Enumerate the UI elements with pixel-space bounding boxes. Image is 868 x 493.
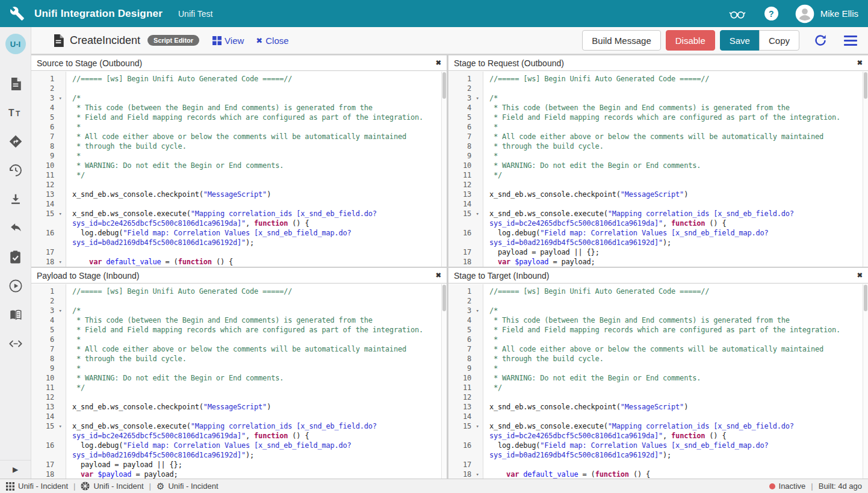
panel-close-icon[interactable]: ✖ bbox=[857, 59, 863, 67]
line-number: 7 bbox=[448, 132, 471, 141]
sidebar-item-document[interactable] bbox=[10, 77, 21, 90]
grid-view-icon bbox=[212, 36, 222, 45]
statusbar-app-link[interactable]: Unifi - Incident bbox=[81, 482, 143, 491]
save-button[interactable]: Save bbox=[720, 30, 760, 51]
code-text bbox=[66, 412, 441, 421]
scrollbar-thumb[interactable] bbox=[442, 72, 446, 99]
close-button[interactable]: ✖ Close bbox=[256, 36, 288, 46]
sidebar-item-directions[interactable] bbox=[9, 135, 22, 148]
refresh-icon[interactable] bbox=[814, 34, 827, 47]
code-line: 6 * bbox=[31, 335, 441, 344]
code-text: //===== [ws] Begin Unifi Auto Generated … bbox=[483, 74, 863, 84]
scrollbar[interactable] bbox=[863, 284, 868, 479]
line-number: 16 bbox=[448, 228, 471, 238]
glasses-icon[interactable] bbox=[728, 6, 746, 21]
sidebar-avatar[interactable]: U-I bbox=[5, 34, 26, 54]
scrollbar-thumb[interactable] bbox=[442, 285, 446, 311]
code-line: 10 * WARNING: Do not edit the Begin or E… bbox=[448, 161, 863, 170]
panel-header: Stage to Target (Inbound)✖ bbox=[448, 268, 868, 284]
line-number: 9 bbox=[448, 151, 471, 161]
code-text: /* bbox=[66, 93, 441, 103]
line-number: 4 bbox=[31, 103, 54, 113]
line-number: 16 bbox=[31, 228, 54, 238]
sidebar-item-download[interactable] bbox=[9, 193, 22, 206]
sidebar-item-book[interactable] bbox=[8, 308, 23, 321]
panel-close-icon[interactable]: ✖ bbox=[436, 271, 441, 279]
fold-arrow-icon[interactable]: ▾ bbox=[54, 209, 66, 219]
sidebar-item-code[interactable] bbox=[8, 337, 23, 350]
line-number: 7 bbox=[31, 132, 54, 141]
line-number: 17 bbox=[448, 460, 471, 470]
panel-close-icon[interactable]: ✖ bbox=[436, 59, 441, 67]
sidebar-item-play-circle[interactable] bbox=[8, 279, 23, 293]
code-line: 4 * This code (between the Begin and End… bbox=[448, 315, 863, 325]
code-line: 6 * bbox=[448, 122, 863, 132]
code-panel: Stage to Request (Outbound)✖1//===== [ws… bbox=[448, 55, 868, 267]
code-line: 9 * bbox=[448, 364, 863, 373]
line-number: 9 bbox=[31, 364, 54, 373]
fold-arrow-icon[interactable]: ▾ bbox=[471, 421, 483, 431]
sidebar: U-I TT ▶ bbox=[0, 27, 31, 479]
code-line: 1//===== [ws] Begin Unifi Auto Generated… bbox=[31, 287, 441, 296]
scrollbar-thumb[interactable] bbox=[864, 285, 867, 311]
sidebar-expand-button[interactable]: ▶ bbox=[0, 460, 31, 479]
code-text: x_snd_eb.ws_console.execute("Mapping cor… bbox=[66, 209, 441, 228]
line-number: 9 bbox=[448, 364, 471, 373]
line-number: 18 bbox=[448, 470, 471, 479]
scrollbar[interactable] bbox=[441, 72, 447, 267]
scrollbar-thumb[interactable] bbox=[864, 72, 867, 99]
code-editor[interactable]: 1//===== [ws] Begin Unifi Auto Generated… bbox=[31, 72, 447, 267]
code-editor[interactable]: 1//===== [ws] Begin Unifi Auto Generated… bbox=[31, 284, 447, 479]
line-number: 18 bbox=[31, 470, 54, 479]
code-text: x_snd_eb.ws_console.execute("Mapping cor… bbox=[483, 209, 863, 228]
code-line: 15▾x_snd_eb.ws_console.execute("Mapping … bbox=[448, 421, 863, 441]
fold-arrow-icon[interactable]: ▾ bbox=[54, 421, 66, 431]
code-text: var $payload = payload; bbox=[66, 470, 441, 479]
scrollbar[interactable] bbox=[441, 284, 447, 479]
code-text: var default_value = (function () { bbox=[483, 470, 863, 479]
code-editor[interactable]: 1//===== [ws] Begin Unifi Auto Generated… bbox=[448, 284, 868, 479]
fold-arrow-icon[interactable]: ▾ bbox=[471, 93, 483, 103]
build-message-button[interactable]: Build Message bbox=[582, 30, 660, 51]
sidebar-item-text-format[interactable]: TT bbox=[8, 106, 23, 119]
page-title: CreateIncident bbox=[70, 34, 140, 47]
fold-arrow-icon[interactable]: ▾ bbox=[54, 306, 66, 315]
scrollbar[interactable] bbox=[863, 72, 868, 267]
panel-title: Payload to Stage (Inbound) bbox=[37, 271, 139, 281]
fold-arrow-icon[interactable]: ▾ bbox=[471, 306, 483, 315]
line-number: 8 bbox=[448, 141, 471, 151]
code-text bbox=[66, 199, 441, 209]
code-line: 17 bbox=[31, 247, 441, 257]
help-icon[interactable]: ? bbox=[764, 7, 778, 20]
code-line: 7 * All code either above or below the c… bbox=[31, 344, 441, 354]
copy-button[interactable]: Copy bbox=[759, 30, 799, 51]
user-menu[interactable]: Mike Ellis bbox=[795, 4, 858, 23]
fold-arrow-icon[interactable]: ▾ bbox=[471, 470, 483, 479]
code-text: */ bbox=[66, 170, 441, 180]
unifi-integration-designer-app: Unifi Integration Designer Unifi Test ? … bbox=[0, 0, 868, 493]
panel-close-icon[interactable]: ✖ bbox=[857, 271, 863, 279]
code-line: 1//===== [ws] Begin Unifi Auto Generated… bbox=[448, 287, 863, 296]
code-line: 15▾x_snd_eb.ws_console.execute("Mapping … bbox=[31, 209, 441, 228]
sidebar-item-clipboard-check[interactable] bbox=[10, 250, 21, 264]
code-line: 3▾/* bbox=[448, 306, 863, 315]
code-line: 8 * through the build cycle. bbox=[31, 141, 441, 151]
statusbar-app-link[interactable]: Unifi - Incident bbox=[6, 482, 68, 491]
code-text: log.debug("Field map: Correlation Values… bbox=[483, 441, 863, 460]
line-number: 15 bbox=[31, 209, 54, 219]
disable-button[interactable]: Disable bbox=[666, 30, 715, 51]
line-number: 11 bbox=[31, 383, 54, 392]
sidebar-item-history[interactable] bbox=[8, 164, 23, 177]
line-number: 7 bbox=[31, 344, 54, 354]
fold-arrow-icon[interactable]: ▾ bbox=[471, 209, 483, 219]
code-text: log.debug("Field map: Correlation Values… bbox=[483, 228, 863, 247]
statusbar-app-link[interactable]: ⚙Unifi - Incident bbox=[157, 482, 219, 491]
code-editor[interactable]: 1//===== [ws] Begin Unifi Auto Generated… bbox=[448, 72, 868, 267]
sidebar-item-undo[interactable] bbox=[8, 222, 23, 235]
view-button[interactable]: View bbox=[212, 36, 244, 46]
code-panel: Payload to Stage (Inbound)✖1//===== [ws]… bbox=[31, 268, 447, 479]
menu-icon[interactable] bbox=[844, 36, 857, 46]
line-number: 6 bbox=[31, 122, 54, 132]
fold-arrow-icon[interactable]: ▾ bbox=[54, 93, 66, 103]
fold-arrow-icon[interactable]: ▾ bbox=[54, 257, 66, 267]
